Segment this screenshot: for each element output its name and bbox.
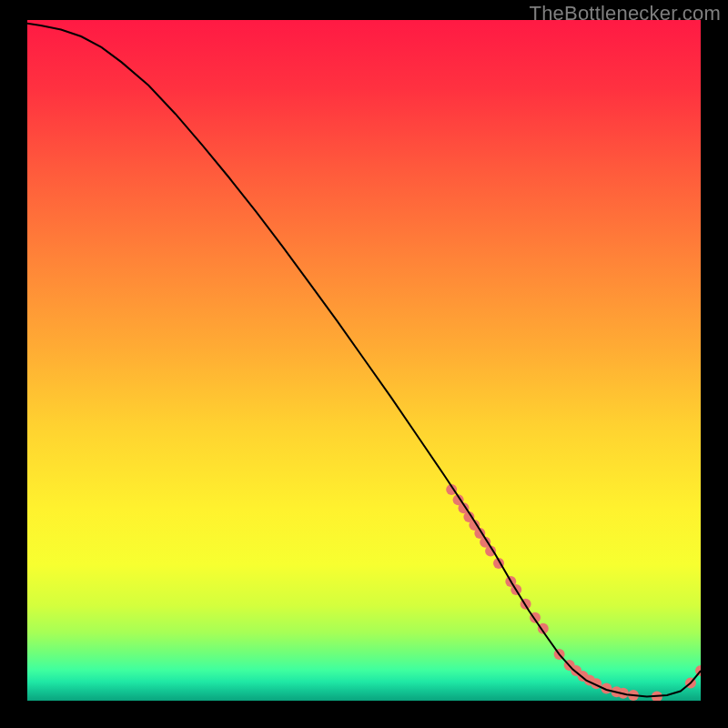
plot-svg — [27, 20, 701, 701]
plot-area — [27, 20, 701, 701]
watermark-label: TheBottlenecker.com — [530, 2, 721, 25]
chart-container: TheBottlenecker.com — [0, 0, 728, 728]
